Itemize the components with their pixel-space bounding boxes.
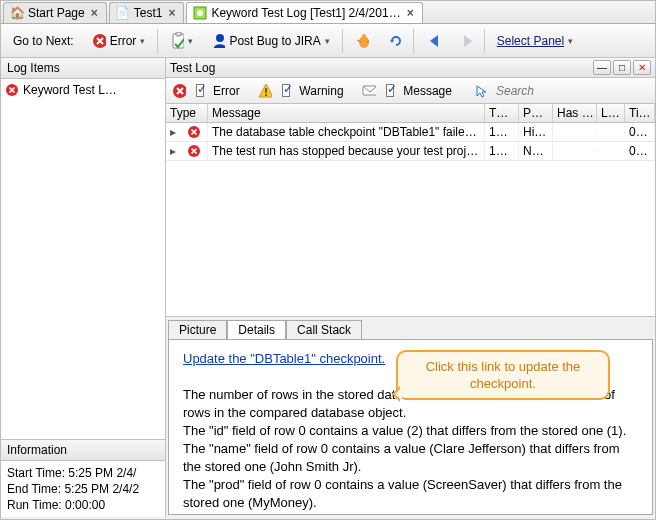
doc-icon: 📄 xyxy=(116,6,130,20)
close-button[interactable]: ✕ xyxy=(633,60,651,75)
table-row[interactable]: ▸The database table checkpoint "DBTable1… xyxy=(166,123,655,142)
error-filter-button[interactable]: Error ▾ xyxy=(86,31,152,51)
log-icon xyxy=(193,6,207,20)
post-bug-button[interactable]: Post Bug to JIRA ▾ xyxy=(205,31,335,51)
select-panel-label: Select Panel xyxy=(497,34,564,48)
jira-icon xyxy=(211,34,225,48)
callout-tooltip: Click this link to update the checkpoint… xyxy=(396,350,610,400)
grid-empty-area xyxy=(166,161,655,317)
go-to-next-button[interactable]: Go to Next: xyxy=(7,31,80,51)
row-has xyxy=(553,149,597,153)
home-icon: 🏠 xyxy=(10,6,24,20)
close-icon[interactable]: × xyxy=(166,6,177,20)
col-type[interactable]: Type xyxy=(166,104,208,122)
log-grid: Type Message T… P… Has … L… Ti… ▸The dat… xyxy=(166,104,655,161)
col-p[interactable]: P… xyxy=(519,104,553,122)
error-icon xyxy=(5,83,19,97)
chevron-down-icon: ▾ xyxy=(568,36,573,46)
information-title: Information xyxy=(1,440,165,461)
select-panel-button[interactable]: Select Panel ▾ xyxy=(491,31,579,51)
clipboard-button[interactable]: ▾ xyxy=(164,31,199,51)
message-checkbox[interactable] xyxy=(386,84,394,97)
tab-label: Keyword Test Log [Test1] 2/4/201… xyxy=(211,6,400,20)
nav-back-button[interactable] xyxy=(420,31,446,51)
log-items-tree[interactable]: Keyword Test L… xyxy=(1,79,165,439)
close-icon[interactable]: × xyxy=(405,6,416,20)
refresh-icon xyxy=(387,34,401,48)
information-panel: Information Start Time: 5:25 PM 2/4/ End… xyxy=(1,439,165,517)
table-row[interactable]: ▸The test run has stopped because your t… xyxy=(166,142,655,161)
tree-item[interactable]: Keyword Test L… xyxy=(5,83,161,97)
row-message: The database table checkpoint "DBTable1"… xyxy=(208,123,485,141)
separator xyxy=(342,29,343,53)
error-icon xyxy=(172,84,186,98)
details-panel[interactable]: Update the "DBTable1" checkpoint. Click … xyxy=(168,339,653,516)
chevron-down-icon: ▾ xyxy=(325,36,330,46)
error-icon xyxy=(92,34,106,48)
col-t[interactable]: T… xyxy=(485,104,519,122)
row-l xyxy=(597,149,625,153)
tab-start-page[interactable]: 🏠 Start Page × xyxy=(3,2,107,23)
document-tabs: 🏠 Start Page × 📄 Test1 × Keyword Test Lo… xyxy=(1,1,655,24)
chevron-down-icon: ▾ xyxy=(140,36,145,46)
search-input[interactable] xyxy=(494,83,649,99)
details-line: The "quant" field of row 0 contains a va… xyxy=(183,512,638,516)
chevron-down-icon: ▾ xyxy=(188,36,193,46)
close-icon[interactable]: × xyxy=(89,6,100,20)
message-icon xyxy=(362,84,376,98)
warning-checkbox[interactable] xyxy=(282,84,290,97)
row-p: Hi… xyxy=(519,123,553,141)
nav-forward-button[interactable] xyxy=(452,31,478,51)
left-sidebar: Log Items Keyword Test L… Information St… xyxy=(1,58,166,517)
separator xyxy=(484,29,485,53)
svg-point-1 xyxy=(197,10,203,16)
minimize-button[interactable]: — xyxy=(593,60,611,75)
log-items-title: Log Items xyxy=(1,58,165,79)
details-line: The "name" field of row 0 contains a val… xyxy=(183,440,638,476)
tab-picture[interactable]: Picture xyxy=(168,320,227,340)
arrow-right-icon xyxy=(458,34,472,48)
main-toolbar: Go to Next: Error ▾ ▾ Post Bug to JIRA ▾… xyxy=(1,24,655,58)
expand-icon[interactable]: ▸ xyxy=(166,144,180,158)
row-ti: 0… xyxy=(625,142,655,160)
update-checkpoint-link[interactable]: Update the "DBTable1" checkpoint. xyxy=(183,351,385,366)
detail-tabs: Picture Details Call Stack xyxy=(166,317,655,339)
row-ti: 0… xyxy=(625,123,655,141)
row-t: 17:… xyxy=(485,123,519,141)
filter-bar: Error Warning Message xyxy=(166,78,655,104)
tab-label: Start Page xyxy=(28,6,85,20)
tab-details[interactable]: Details xyxy=(227,320,286,340)
row-type-icon xyxy=(180,142,208,160)
separator xyxy=(157,29,158,53)
bug-button[interactable] xyxy=(349,31,375,51)
info-row: End Time: 5:25 PM 2/4/2 xyxy=(7,481,159,497)
search-box[interactable] xyxy=(494,83,649,99)
expand-icon[interactable]: ▸ xyxy=(166,125,180,139)
row-t: 17:… xyxy=(485,142,519,160)
details-line: The "id" field of row 0 contains a value… xyxy=(183,422,638,440)
row-message: The test run has stopped because your te… xyxy=(208,142,485,160)
post-bug-label: Post Bug to JIRA xyxy=(229,34,320,48)
col-l[interactable]: L… xyxy=(597,104,625,122)
grid-header: Type Message T… P… Has … L… Ti… xyxy=(166,104,655,123)
separator xyxy=(413,29,414,53)
tab-test1[interactable]: 📄 Test1 × xyxy=(109,2,185,23)
maximize-button[interactable]: □ xyxy=(613,60,631,75)
error-label: Error xyxy=(110,34,137,48)
col-ti[interactable]: Ti… xyxy=(625,104,655,122)
warning-icon xyxy=(258,84,272,98)
info-row: Start Time: 5:25 PM 2/4/ xyxy=(7,465,159,481)
go-to-next-label: Go to Next: xyxy=(13,34,74,48)
refresh-button[interactable] xyxy=(381,31,407,51)
col-message[interactable]: Message xyxy=(208,104,485,122)
tab-call-stack[interactable]: Call Stack xyxy=(286,320,362,340)
test-log-title: Test Log xyxy=(170,61,215,75)
error-filter-label: Error xyxy=(213,84,240,98)
error-checkbox[interactable] xyxy=(196,84,204,97)
tab-test-log[interactable]: Keyword Test Log [Test1] 2/4/201… × xyxy=(186,2,422,23)
svg-rect-13 xyxy=(265,94,267,96)
svg-point-5 xyxy=(216,34,224,42)
arrow-left-icon xyxy=(426,34,440,48)
info-row: Run Time: 0:00:00 xyxy=(7,497,159,513)
col-has[interactable]: Has … xyxy=(553,104,597,122)
